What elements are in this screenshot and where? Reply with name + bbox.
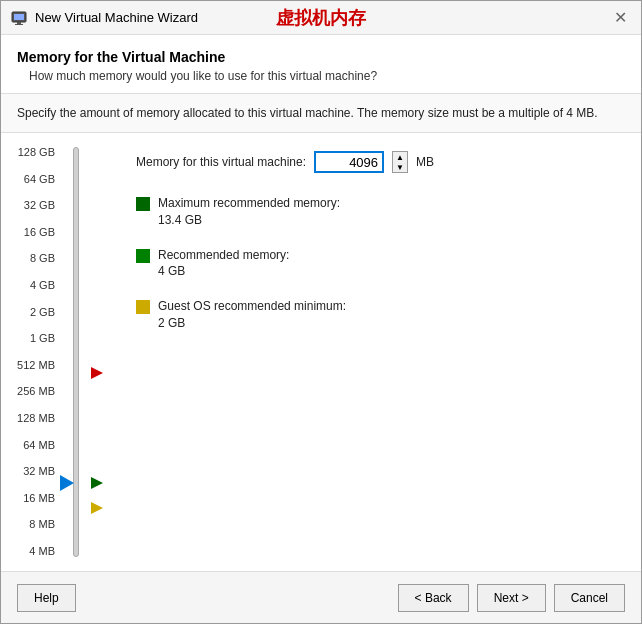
next-button[interactable]: Next > [477,584,546,612]
vm-icon [11,10,27,26]
memory-value-input[interactable] [314,151,384,173]
legend-text-recommended: Recommended memory: 4 GB [158,247,289,281]
scale-label: 1 GB [30,333,55,344]
help-button[interactable]: Help [17,584,76,612]
legend-label-recommended: Recommended memory: [158,248,289,262]
slider-area: 128 GB 64 GB 32 GB 16 GB 8 GB 4 GB 2 GB … [1,143,116,561]
back-button[interactable]: < Back [398,584,469,612]
slider-thumb[interactable] [60,475,74,491]
right-panel: Memory for this virtual machine: ▲ ▼ MB … [116,143,641,561]
legend-label-guest: Guest OS recommended minimum: [158,299,346,313]
legend-color-max [136,197,150,211]
marker-max-recommended [91,367,103,379]
window-title: New Virtual Machine Wizard [35,10,198,25]
legend-color-recommended [136,249,150,263]
title-bar: New Virtual Machine Wizard 虚拟机内存 ✕ [1,1,641,35]
title-bar-left: New Virtual Machine Wizard [11,10,198,26]
scale-label: 256 MB [17,386,55,397]
slider-track[interactable] [73,147,79,557]
legend-item-recommended: Recommended memory: 4 GB [136,247,621,281]
scale-label: 64 MB [23,440,55,451]
memory-spinner: ▲ ▼ [392,151,408,173]
scale-label: 64 GB [24,174,55,185]
scale-column: 128 GB 64 GB 32 GB 16 GB 8 GB 4 GB 2 GB … [1,147,61,557]
scale-label: 8 MB [29,519,55,530]
info-bar: Specify the amount of memory allocated t… [1,94,641,133]
header-section: Memory for the Virtual Machine How much … [1,35,641,94]
marker-guest-min [91,502,103,514]
scale-label: 4 MB [29,546,55,557]
legend-item-guest: Guest OS recommended minimum: 2 GB [136,298,621,332]
wizard-window: New Virtual Machine Wizard 虚拟机内存 ✕ Memor… [0,0,642,624]
marker-column [91,147,111,557]
scale-label: 32 MB [23,466,55,477]
svg-rect-1 [14,14,24,20]
close-button[interactable]: ✕ [609,7,631,29]
scale-label: 128 MB [17,413,55,424]
cancel-button[interactable]: Cancel [554,584,625,612]
marker-recommended [91,477,103,489]
legend-value-recommended: 4 GB [158,264,185,278]
memory-unit-label: MB [416,155,434,169]
track-column [61,147,91,557]
header-title: Memory for the Virtual Machine [17,49,625,65]
legend-item-max: Maximum recommended memory: 13.4 GB [136,195,621,229]
scale-label: 32 GB [24,200,55,211]
annotation-text: 虚拟机内存 [276,6,366,30]
legend-value-max: 13.4 GB [158,213,202,227]
scale-label: 4 GB [30,280,55,291]
header-subtitle: How much memory would you like to use fo… [17,69,625,83]
svg-rect-3 [15,24,23,25]
footer-left: Help [17,584,76,612]
memory-input-row: Memory for this virtual machine: ▲ ▼ MB [136,151,621,173]
legend-text-max: Maximum recommended memory: 13.4 GB [158,195,340,229]
scale-label: 512 MB [17,360,55,371]
info-text: Specify the amount of memory allocated t… [17,106,598,120]
legend-value-guest: 2 GB [158,316,185,330]
footer-right: < Back Next > Cancel [398,584,625,612]
legend-color-guest [136,300,150,314]
legend-label-max: Maximum recommended memory: [158,196,340,210]
scale-label: 16 GB [24,227,55,238]
footer: Help < Back Next > Cancel [1,571,641,623]
scale-label: 8 GB [30,253,55,264]
spinner-up-button[interactable]: ▲ [393,152,407,162]
scale-label: 16 MB [23,493,55,504]
scale-label: 2 GB [30,307,55,318]
scale-label: 128 GB [18,147,55,158]
svg-rect-2 [17,22,21,24]
memory-input-label: Memory for this virtual machine: [136,155,306,169]
content-area: 128 GB 64 GB 32 GB 16 GB 8 GB 4 GB 2 GB … [1,133,641,571]
legend-text-guest: Guest OS recommended minimum: 2 GB [158,298,346,332]
spinner-down-button[interactable]: ▼ [393,162,407,172]
